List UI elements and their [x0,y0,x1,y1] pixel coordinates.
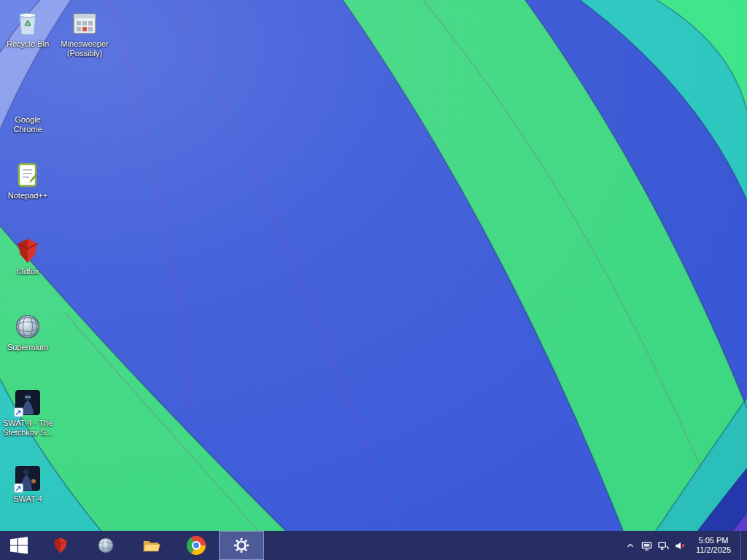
show-hidden-icons-button[interactable] [624,540,636,551]
settings-gear-icon [232,536,251,555]
desktop-icon-label: (Possibly) [57,49,112,58]
shortcut-arrow-icon [14,408,23,417]
desktop-icon-label: Google [0,115,55,125]
wallpaper-image [0,0,747,560]
desktop-icon-minesweeper[interactable]: Minesweeper (Possibly) [57,9,112,58]
desktop-icon-swat4-stetchkov[interactable]: SWAT 4 - The Stetchkov S... [0,388,55,438]
chrome-icon [187,536,206,555]
desktop-icon-r3dfox[interactable]: r3dfox [0,236,55,276]
chrome-icon [13,85,42,114]
taskbar-pinned-supermium[interactable] [83,531,128,560]
taskbar-clock[interactable]: 5:05 PM 11/2/2025 [696,536,731,555]
desktop-icon-supermium[interactable]: Supermium [0,312,55,352]
desktop-icon-label: Chrome [0,125,55,134]
file-explorer-icon [142,536,160,555]
supermium-icon [13,312,42,341]
supermium-icon [96,536,115,555]
desktop-icon-recycle-bin[interactable]: Recycle Bin [0,9,55,49]
tray-network-icon[interactable] [658,540,670,551]
notepad-plus-plus-icon [13,160,42,190]
desktop-icon-label: SWAT 4 [0,494,55,504]
minesweeper-icon [70,9,99,38]
system-tray: 5:05 PM 11/2/2025 [624,531,747,560]
r3dfox-icon [13,236,42,265]
taskbar-pinned-file-explorer[interactable] [128,531,174,560]
desktop-icon-label: SWAT 4 - The [0,419,55,428]
desktop-icon-google-chrome[interactable]: Google Chrome [0,85,55,134]
r3dfox-icon [51,536,70,555]
desktop-icon-label: Notepad++ [0,191,55,201]
taskbar-pinned-chrome[interactable] [174,531,219,560]
tray-display-icon[interactable] [641,540,653,551]
swat4-stetchkov-icon [13,388,42,417]
desktop-icon-label: Minesweeper [57,39,112,49]
desktop-icon-label: Stetchkov S... [0,428,55,438]
desktop-icon-swat4[interactable]: SWAT 4 [0,464,55,504]
desktop-icon-label: Recycle Bin [0,39,55,49]
swat4-icon [13,464,42,493]
clock-time: 5:05 PM [696,536,731,545]
chevron-up-icon [626,541,635,550]
shortcut-arrow-icon [14,483,23,493]
desktop-icon-notepad-plus-plus[interactable]: Notepad++ [0,160,55,201]
clock-date: 11/2/2025 [696,545,731,555]
desktop[interactable]: Recycle Bin Minesweeper (Possibly) [0,0,747,560]
taskbar: 5:05 PM 11/2/2025 [0,531,747,560]
taskbar-pinned-r3dfox[interactable] [38,531,83,560]
windows-logo-icon [10,537,28,554]
tray-volume-muted-icon[interactable] [675,540,686,551]
start-button[interactable] [0,531,38,560]
desktop-icon-label: r3dfox [0,267,55,276]
show-desktop-button[interactable] [740,531,746,560]
taskbar-pinned-settings[interactable] [219,531,264,560]
recycle-bin-icon [13,9,42,38]
desktop-icon-label: Supermium [0,343,55,352]
